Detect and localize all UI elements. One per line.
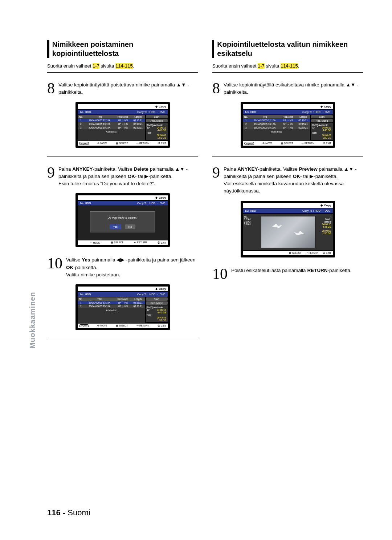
divider: [47, 157, 198, 157]
divider: [47, 339, 198, 339]
step-8: 8 Valitse kopiointinäytöltä poistettava …: [47, 81, 198, 96]
exit-icon: ⦿: [158, 142, 160, 145]
return-icon: ↩: [136, 142, 139, 145]
divider: [212, 72, 363, 73]
diamond-icon: ◆: [155, 287, 158, 291]
step-number: 9: [47, 165, 55, 188]
step-text: Valitse kopiointinäytöltä poistettava ni…: [58, 81, 198, 96]
start-button[interactable]: Start: [311, 115, 333, 118]
move-icon: ✢: [97, 142, 99, 145]
anykey-button[interactable]: Anykey: [79, 142, 89, 145]
header-bar-icon: [47, 40, 49, 58]
divider: [212, 157, 363, 157]
move-icon: ↔: [90, 241, 92, 244]
recmode-button[interactable]: Rec. Mode: [311, 119, 333, 122]
page-footer: 116 - Suomi: [47, 508, 90, 517]
section-title: Nimikkeen poistaminen kopiointiluettelos…: [52, 40, 198, 58]
copy-table: No.TitleRec.ModeLength 119/JAN/2005 12:1…: [78, 115, 145, 129]
step-10: 10 Valitse Yes painamalla ◀▶ -painikkeit…: [47, 256, 198, 279]
step-10: 10 Poistu esikatselutilasta painamalla R…: [212, 266, 363, 281]
left-column: Nimikkeen poistaminen kopiointiluettelos…: [47, 40, 198, 347]
step-number: 8: [47, 81, 55, 96]
screenshot-delete-dialog: ◆Copy 1/4 HDDCopy To : HDD → DVD Do you …: [75, 193, 170, 247]
right-column: Kopiointiluettelosta valitun nimikkeen e…: [212, 40, 363, 347]
header-bar-icon: [212, 40, 214, 58]
side-tab: Muokkaaminen: [28, 292, 37, 349]
diamond-icon: ◆: [155, 196, 158, 199]
preview-image: [261, 216, 315, 248]
select-icon: ▦: [111, 241, 113, 244]
screenshot-preview: ◆Copy 1/3 HDDCopy To : HDD → DVD No. 1 1…: [241, 201, 335, 257]
screenshot-copy-list: ◆Copy 1/3 HDDCopy To : HDD → DVD No.Titl…: [241, 102, 335, 148]
confirm-dialog: Do you want to delete? Yes No: [90, 211, 155, 232]
recmode-button[interactable]: Rec. Mode: [146, 301, 168, 305]
anykey-button[interactable]: Anykey: [79, 324, 89, 327]
screenshot-copy-list: ◆Copy 1/4 HDDCopy To : HDD → DVD No.Titl…: [75, 102, 170, 148]
step-text: Paina ANYKEY-painiketta. Valitse Delete …: [58, 165, 198, 188]
section-header: Nimikkeen poistaminen kopiointiluettelos…: [47, 40, 198, 58]
no-button[interactable]: No: [125, 224, 136, 229]
exit-icon: ⦿: [158, 241, 160, 244]
diamond-icon: ◆: [155, 105, 158, 108]
step-8: 8 Valitse kopiointinäytöllä esikatseltav…: [212, 81, 363, 96]
diamond-icon: ◆: [320, 105, 323, 108]
return-icon: ↩: [134, 241, 136, 244]
start-button[interactable]: Start: [146, 115, 168, 118]
pre-step-text: Suorita ensin vaiheet 1-7 sivulta 114-11…: [212, 63, 363, 69]
anykey-button[interactable]: Anykey: [244, 142, 254, 145]
section-title: Kopiointiluettelosta valitun nimikkeen e…: [217, 40, 363, 58]
step-number: 10: [47, 256, 62, 279]
diamond-icon: ◆: [320, 204, 323, 207]
screenshot-after-delete: ◆Copy 1/4 HDDCopy To : HDD → DVD No.Titl…: [75, 284, 170, 330]
step-9: 9 Paina ANYKEY-painiketta. Valitse Delet…: [47, 165, 198, 188]
divider: [47, 72, 198, 73]
yes-button[interactable]: Yes: [110, 224, 121, 229]
select-icon: ▦: [116, 142, 118, 145]
step-9: 9 Paina ANYKEY-painiketta. Valitse Previ…: [212, 165, 363, 195]
step-text: Valitse Yes painamalla ◀▶ -painikkeita j…: [66, 256, 198, 279]
recmode-button[interactable]: Rec. Mode: [146, 119, 168, 122]
start-button[interactable]: Start: [146, 297, 168, 301]
pre-step-text: Suorita ensin vaiheet 1-7 sivulta 114-11…: [47, 63, 198, 69]
